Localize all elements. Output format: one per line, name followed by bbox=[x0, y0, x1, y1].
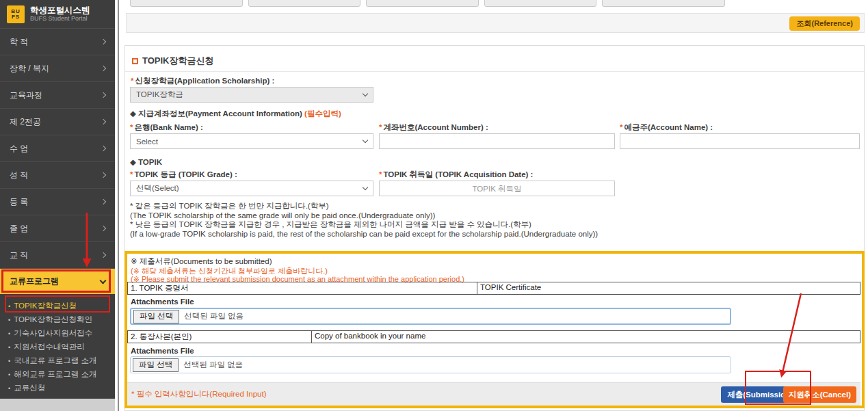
bullet-icon: • bbox=[8, 303, 10, 310]
cancel-button[interactable]: 지원취소(Cancel) bbox=[783, 386, 856, 403]
sidebar: BU FS 학생포털시스템 BUFS Student Portal 학 적 장학… bbox=[0, 0, 115, 399]
sidebar-item-teaching[interactable]: 교 직 bbox=[0, 242, 115, 269]
sidebar-item-scholarship-welfare[interactable]: 장학 / 복지 bbox=[0, 55, 115, 82]
sidebar-item-exchange-program[interactable]: 교류프로그램 bbox=[0, 269, 115, 294]
top-cropped-field[interactable] bbox=[248, 0, 360, 7]
submenu-item-domestic-exchange-intro[interactable]: •국내교류 프로그램 소개 bbox=[0, 354, 115, 367]
document-name-kr: 2. 통장사본(본인) bbox=[128, 331, 312, 343]
document-row-1: 1. TOPIK 증명서 TOPIK Certificate bbox=[127, 282, 860, 295]
required-asterisk: * bbox=[379, 170, 382, 178]
application-scholarship-select[interactable]: TOPIK장학금 bbox=[130, 87, 373, 103]
submenu-item-label: 기숙사입사지원서접수 bbox=[14, 329, 92, 337]
sidebar-item-graduation[interactable]: 졸 업 bbox=[0, 215, 115, 242]
sidebar-bottom-strip bbox=[0, 399, 115, 411]
chevron-right-icon bbox=[101, 146, 106, 151]
top-cropped-field[interactable] bbox=[484, 0, 596, 7]
bullet-icon: • bbox=[8, 330, 10, 337]
submenu-item-application-history[interactable]: •지원서접수내역관리 bbox=[0, 340, 115, 354]
topik-date-input[interactable] bbox=[379, 181, 615, 196]
reference-button[interactable]: 조회(Reference) bbox=[789, 16, 860, 31]
chevron-right-icon bbox=[101, 92, 106, 98]
required-asterisk: * bbox=[130, 170, 133, 178]
logo-text-bottom: FS bbox=[12, 14, 20, 20]
chevron-down-icon bbox=[363, 185, 368, 190]
exchange-program-submenu: •TOPIK장학금신청 •TOPIK장학금신청확인 •기숙사입사지원서접수 •지… bbox=[0, 294, 115, 395]
toolbar: 조회(Reference) bbox=[126, 13, 865, 33]
attachments-label: Attachments File bbox=[131, 347, 194, 355]
sidebar-item-label: 장학 / 복지 bbox=[10, 63, 49, 75]
account-name-input[interactable] bbox=[620, 133, 860, 149]
sidebar-item-label: 등 록 bbox=[10, 196, 28, 208]
document-name-en: TOPIK Certificate bbox=[477, 282, 860, 294]
required-asterisk: * bbox=[130, 123, 133, 131]
sidebar-item-label: 졸 업 bbox=[10, 223, 28, 235]
chevron-down-icon bbox=[100, 277, 107, 284]
submenu-item-label: TOPIK장학금신청확인 bbox=[14, 315, 92, 323]
attachments-label: Attachments File bbox=[131, 297, 194, 306]
file-select-button[interactable]: 파일 선택 bbox=[133, 358, 179, 372]
file-input-topik-certificate[interactable]: 파일 선택 선택된 파일 없음 bbox=[130, 308, 731, 325]
file-status-text: 선택된 파일 없음 bbox=[183, 360, 243, 370]
form-footer-bar: * 필수 입력사항입니다(Required Input) 제출(Submissi… bbox=[127, 382, 860, 406]
chevron-right-icon bbox=[101, 226, 106, 231]
file-input-bankbook-copy[interactable]: 파일 선택 선택된 파일 없음 bbox=[130, 356, 731, 373]
chevron-right-icon bbox=[101, 172, 106, 178]
account-number-label: *계좌번호(Account Number) : bbox=[379, 122, 488, 133]
bullet-icon: • bbox=[8, 358, 10, 364]
topik-grade-select[interactable]: 선택(Select) bbox=[130, 181, 373, 196]
submenu-item-dormitory-application[interactable]: •기숙사입사지원서접수 bbox=[0, 326, 115, 340]
chevron-down-icon bbox=[363, 91, 368, 96]
application-scholarship-label: *신청장학금(Application Scholarship) : bbox=[131, 76, 274, 86]
submenu-item-topik-scholarship-apply[interactable]: •TOPIK장학금신청 bbox=[0, 299, 115, 313]
app-title-block: 학생포털시스템 BUFS Student Portal bbox=[30, 5, 90, 23]
file-select-button[interactable]: 파일 선택 bbox=[133, 310, 179, 323]
topik-heading: ◆ TOPIK bbox=[130, 157, 162, 167]
sidebar-item-second-major[interactable]: 제 2전공 bbox=[0, 109, 115, 135]
sidebar-item-curriculum[interactable]: 교육과정 bbox=[0, 82, 115, 109]
section-square-icon bbox=[132, 58, 138, 64]
selected-value: 선택(Select) bbox=[136, 183, 179, 194]
bullet-icon: • bbox=[8, 371, 10, 378]
sidebar-item-registration[interactable]: 등 록 bbox=[0, 189, 115, 215]
chevron-right-icon bbox=[101, 66, 106, 71]
sidebar-item-label: 교 직 bbox=[10, 250, 28, 261]
selected-value: Select bbox=[136, 137, 158, 146]
selected-value: TOPIK장학금 bbox=[136, 90, 183, 100]
top-cropped-field[interactable] bbox=[366, 0, 479, 7]
sidebar-item-classes[interactable]: 수 업 bbox=[0, 135, 115, 162]
required-asterisk: * bbox=[620, 123, 622, 131]
note-line: * 낮은 등급의 TOPIK 장학금을 지급한 경우 , 지급받은 장학금을 제… bbox=[130, 220, 598, 230]
note-line: * 같은 등급의 TOPIK 장학금은 한 번만 지급합니다.(학부) bbox=[130, 202, 598, 211]
sidebar-item-label: 교류프로그램 bbox=[10, 276, 59, 287]
app-subtitle: BUFS Student Portal bbox=[30, 15, 90, 23]
submenu-item-topik-scholarship-check[interactable]: •TOPIK장학금신청확인 bbox=[0, 313, 115, 326]
bank-name-label: *은행(Bank Name) : bbox=[130, 122, 203, 133]
submenu-item-exchange-apply[interactable]: •교류신청 bbox=[0, 381, 115, 395]
sidebar-item-grades[interactable]: 성 적 bbox=[0, 162, 115, 189]
top-cropped-field[interactable] bbox=[602, 0, 725, 7]
top-cropped-field[interactable] bbox=[130, 0, 243, 7]
submenu-item-label: 해외교류 프로그램 소개 bbox=[14, 370, 96, 378]
note-line: (The TOPIK scholarship of the same grade… bbox=[130, 211, 598, 221]
page-title: TOPIK장학금신청 bbox=[142, 55, 214, 67]
topik-date-label: *TOPIK 취득일 (TOPIK Acquisition Date) : bbox=[379, 170, 533, 180]
account-number-input[interactable] bbox=[379, 133, 615, 149]
document-row-2: 2. 통장사본(본인) Copy of bankbook in your nam… bbox=[127, 330, 860, 343]
app-title: 학생포털시스템 bbox=[30, 5, 90, 15]
bank-name-select[interactable]: Select bbox=[130, 133, 373, 149]
sidebar-item-label: 성 적 bbox=[10, 170, 28, 181]
bullet-icon: • bbox=[8, 385, 10, 392]
file-status-text: 선택된 파일 없음 bbox=[184, 311, 244, 321]
sidebar-item-label: 제 2전공 bbox=[10, 116, 41, 128]
sidebar-item-haksek[interactable]: 학 적 bbox=[0, 29, 115, 55]
sidebar-divider bbox=[118, 0, 119, 411]
submenu-item-overseas-exchange-intro[interactable]: •해외교류 프로그램 소개 bbox=[0, 367, 115, 381]
documents-section: ※ 제출서류(Documents to be submitted) (※ 해당 … bbox=[124, 251, 865, 408]
document-name-kr: 1. TOPIK 증명서 bbox=[128, 282, 477, 294]
app-logo[interactable]: BU FS 학생포털시스템 BUFS Student Portal bbox=[0, 0, 115, 29]
chevron-right-icon bbox=[101, 119, 106, 124]
chevron-right-icon bbox=[101, 199, 106, 204]
sidebar-item-label: 교육과정 bbox=[10, 90, 42, 101]
sidebar-item-label: 학 적 bbox=[10, 36, 28, 48]
required-asterisk: * bbox=[131, 77, 133, 85]
